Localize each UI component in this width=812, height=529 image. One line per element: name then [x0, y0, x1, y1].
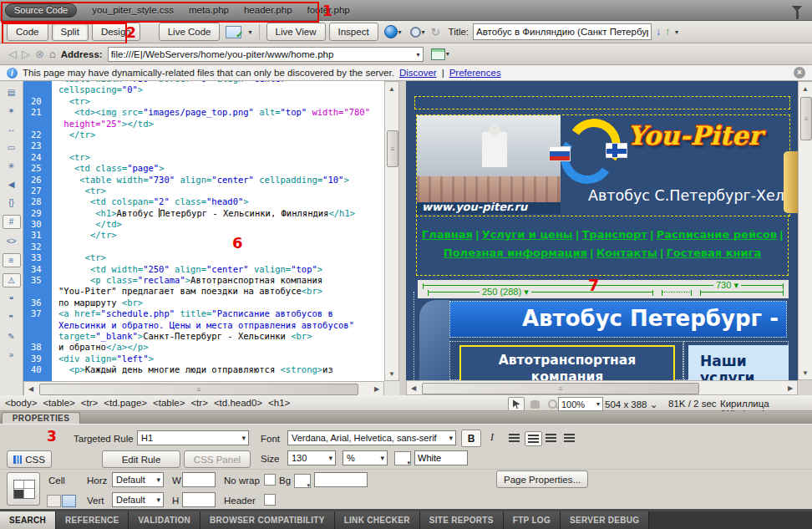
header-checkbox[interactable]	[264, 494, 276, 506]
syntax-error-alerts-icon[interactable]: ⚠	[3, 273, 21, 287]
tag-selector-item[interactable]: <td.page>	[104, 398, 147, 408]
design-nav-menu[interactable]: Главная | Услуги и цены | Транспорт | Ра…	[416, 215, 789, 276]
code-line[interactable]: 39<div align="left">	[23, 354, 384, 364]
inspect-button[interactable]: Inspect	[329, 23, 378, 41]
scrollbar-thumb[interactable]: ≡	[422, 383, 699, 394]
font-select[interactable]: Verdana, Arial, Helvetica, sans-serif	[287, 430, 456, 445]
design-nav-link[interactable]: Транспорт	[582, 228, 647, 241]
code-line[interactable]: 31 </tr>	[23, 230, 384, 241]
scroll-left-icon[interactable]: ◀	[407, 381, 420, 394]
merge-cells-icon[interactable]	[47, 495, 61, 507]
panel-tab-validation[interactable]: VALIDATION	[129, 511, 200, 529]
code-line[interactable]: 26 <table width="730" align="center" cel…	[23, 175, 384, 186]
check-browser-compatibility-icon[interactable]: ✓	[226, 26, 241, 38]
scrollbar-thumb[interactable]: ≡	[387, 130, 398, 167]
close-icon[interactable]: ×	[794, 67, 805, 79]
no-wrap-checkbox[interactable]	[264, 474, 276, 486]
italic-button[interactable]: I	[483, 430, 501, 445]
edit-rule-button[interactable]: Edit Rule	[102, 450, 180, 468]
tab-properties[interactable]: PROPERTIES	[2, 412, 80, 425]
bold-button[interactable]: B	[461, 430, 481, 447]
tag-selector-item[interactable]: <tr>	[190, 398, 207, 408]
preview-in-browser-icon[interactable]	[384, 25, 398, 38]
code-rows[interactable]: <table width="780" border="0" align="cen…	[23, 81, 384, 376]
bg-input[interactable]	[314, 472, 368, 487]
code-line[interactable]: 38и обратно</a></p>	[23, 342, 384, 353]
align-right-button[interactable]	[543, 431, 559, 445]
select-tool[interactable]	[508, 397, 525, 411]
home-icon[interactable]: ⌂	[49, 48, 56, 60]
scroll-down-icon[interactable]: ▼	[799, 366, 812, 379]
color-name-input[interactable]	[414, 450, 468, 465]
text-color-swatch[interactable]	[394, 451, 411, 465]
scrollbar-thumb[interactable]: ≡	[39, 384, 358, 395]
design-nav-link[interactable]: Услуги и цены	[482, 228, 573, 241]
design-header-image[interactable]: You-Piter Автобус С.Петербург-Хельсинки …	[416, 114, 790, 216]
design-nav-link[interactable]: Гостевая книга	[667, 247, 762, 259]
visual-aids-icon[interactable]	[410, 27, 421, 38]
tag-selector-item[interactable]: <tr>	[81, 398, 98, 408]
document-title-input[interactable]	[473, 23, 652, 40]
stop-icon[interactable]: ⊗	[35, 48, 44, 60]
panel-tab-ftp-log[interactable]: FTP LOG	[504, 511, 561, 529]
code-line[interactable]: 32	[23, 242, 384, 252]
chevron-down-icon[interactable]: ▾	[248, 28, 251, 36]
design-page-heading[interactable]: Автобус Петербург - Хельсинки	[449, 301, 787, 338]
code-line[interactable]: 23	[23, 140, 384, 151]
collapse-full-tag-icon[interactable]: ↔	[3, 123, 20, 135]
design-promo-block[interactable]: Автотранспортная компания "You-Piter" пр…	[459, 345, 675, 380]
remove-comment-icon[interactable]: ❞	[3, 312, 20, 324]
format-source-code-icon[interactable]: ✎	[3, 330, 20, 343]
code-line[interactable]: 29 <h1>Автобус Петербург - Хельсинки, Фи…	[23, 208, 384, 219]
code-line[interactable]: 30 </td>	[23, 219, 384, 230]
code-line[interactable]: 35 <p class="reclama">Автотранспортная к…	[23, 275, 384, 286]
line-numbers-icon[interactable]: #	[3, 215, 21, 229]
code-horizontal-scrollbar[interactable]: ◀ ≡ ▶	[23, 381, 384, 396]
address-input[interactable]	[108, 47, 424, 62]
scroll-up-icon[interactable]: ▲	[385, 82, 398, 95]
get-file-icon[interactable]: ↓	[656, 26, 661, 38]
align-justify-button[interactable]	[561, 431, 577, 445]
scrollbar-thumb[interactable]: ≡	[800, 97, 812, 140]
code-view-pane[interactable]: <table width="780" border="0" align="cen…	[23, 81, 384, 381]
code-line[interactable]: 20 <tr>	[23, 96, 384, 107]
design-nav-link[interactable]: Полезная информация	[444, 247, 587, 259]
code-line[interactable]: Хельсинки и обратно. Цены и места отправ…	[23, 320, 384, 331]
select-parent-tag-icon[interactable]: ◀	[3, 178, 20, 191]
hand-tool[interactable]	[527, 398, 542, 410]
code-line[interactable]: 25 <td class="page">	[23, 163, 384, 174]
align-left-button[interactable]	[506, 431, 522, 445]
table-width-line[interactable]: 730 ▾	[423, 285, 784, 286]
back-icon[interactable]: ◁	[8, 48, 17, 60]
open-documents-icon[interactable]: ▤	[3, 86, 20, 99]
panel-tab-link-checker[interactable]: LINK CHECKER	[335, 511, 420, 529]
chevron-down-icon[interactable]: ▾	[417, 51, 420, 58]
css-mode-button[interactable]: CSS	[7, 450, 52, 468]
table-width-menu[interactable]: 730 ▾	[713, 280, 741, 291]
design-nav-link[interactable]: Контакты	[596, 247, 657, 259]
vert-select[interactable]: Default	[112, 492, 164, 507]
code-vertical-scrollbar[interactable]: ▲ ≡ ▼	[384, 81, 399, 381]
height-input[interactable]	[182, 492, 216, 507]
put-file-icon[interactable]: ↑	[665, 26, 670, 38]
design-horizontal-scrollbar[interactable]: ◀ ≡ ▶	[406, 380, 798, 395]
design-vertical-scrollbar[interactable]: ▲ ≡ ▼	[798, 81, 812, 380]
bg-color-swatch[interactable]	[294, 474, 311, 488]
code-line[interactable]: cellspacing="0">	[23, 84, 384, 95]
panel-tab-server-debug[interactable]: SERVER DEBUG	[561, 511, 649, 529]
page-properties-button[interactable]: Page Properties...	[496, 471, 588, 488]
tag-selector-item[interactable]: <td.head0>	[214, 398, 262, 408]
split-cell-icon[interactable]	[62, 495, 76, 507]
code-line[interactable]: "You-Piter" предлагает вам поездки на ав…	[23, 286, 384, 297]
discover-link[interactable]: Discover	[399, 68, 437, 78]
column-width-menu[interactable]: 250 (288) ▾	[480, 287, 531, 298]
live-code-button[interactable]: Live Code	[159, 23, 221, 41]
code-line[interactable]: height="25"></td>	[23, 119, 384, 130]
highlight-invalid-code-icon[interactable]: <>	[3, 235, 20, 247]
code-line[interactable]: 22 </tr>	[23, 130, 384, 140]
code-line[interactable]: 21 <td><img src="images/page_top.png" al…	[23, 107, 384, 118]
code-line[interactable]: target="_blank">Санкт-Петербург - Хельси…	[23, 331, 384, 342]
size-select[interactable]: 130	[287, 450, 336, 465]
code-line[interactable]: 28 <td colspan="2" class="head0">	[23, 196, 384, 207]
code-line[interactable]: 24 <tr>	[23, 152, 384, 163]
